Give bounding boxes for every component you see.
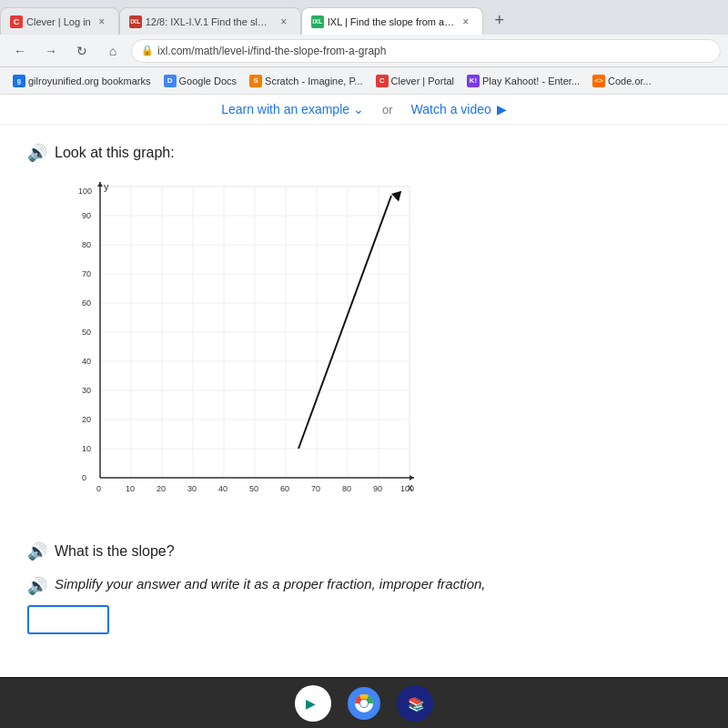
speaker-icon-2[interactable]: 🔊 xyxy=(27,541,47,561)
bookmark-clever[interactable]: C Clever | Portal xyxy=(370,73,460,89)
bookmark-code-label: Code.or... xyxy=(608,76,652,86)
or-separator: or xyxy=(382,103,393,116)
what-is-slope-text: What is the slope? xyxy=(55,543,175,560)
bookmark-docs[interactable]: D Google Docs xyxy=(158,73,243,89)
url-bar[interactable]: 🔒 ixl.com/math/level-i/find-the-slope-fr… xyxy=(131,39,721,63)
bookmark-gilroy-label: gilroyunified.org bookmarks xyxy=(28,76,151,86)
forward-button[interactable]: → xyxy=(38,38,64,64)
svg-text:30: 30 xyxy=(187,484,197,493)
tab-ixl2-label: IXL | Find the slope from a graph xyxy=(328,16,455,27)
simplify-text: Simplify your answer and write it as a p… xyxy=(55,576,486,592)
page-content: 🔊 Look at this graph: xyxy=(0,125,728,677)
svg-text:▶: ▶ xyxy=(306,696,316,711)
what-is-slope-row: 🔊 What is the slope? xyxy=(27,541,701,561)
svg-text:100: 100 xyxy=(78,187,92,196)
tab-clever-label: Clever | Log in xyxy=(26,16,91,27)
taskbar: ▶ xyxy=(0,677,728,728)
content-area: Learn with an example ⌄ or Watch a video… xyxy=(0,95,728,677)
svg-text:0: 0 xyxy=(96,484,101,493)
svg-marker-22 xyxy=(97,182,103,187)
svg-text:50: 50 xyxy=(82,328,91,337)
tab-clever[interactable]: C Clever | Log in × xyxy=(0,7,119,35)
gilroy-favicon: g xyxy=(13,75,25,87)
kahoot-favicon: K! xyxy=(467,75,480,87)
ixl1-favicon: IXL xyxy=(129,15,142,28)
svg-point-54 xyxy=(360,700,368,707)
look-at-graph-text: Look at this graph: xyxy=(55,145,175,161)
svg-text:100: 100 xyxy=(400,484,414,493)
browser-frame: C Clever | Log in × IXL 12/8: IXL-I.V.1 … xyxy=(0,0,728,728)
tab-clever-close[interactable]: × xyxy=(95,15,109,29)
svg-text:20: 20 xyxy=(82,415,91,424)
learn-example-button[interactable]: Learn with an example ⌄ xyxy=(221,102,364,116)
lock-icon: 🔒 xyxy=(141,45,154,56)
watch-video-button[interactable]: Watch a video ▶ xyxy=(411,102,507,116)
action-bar: Learn with an example ⌄ or Watch a video… xyxy=(0,95,728,125)
svg-text:10: 10 xyxy=(126,484,135,493)
svg-text:10: 10 xyxy=(82,444,91,453)
back-button[interactable]: ← xyxy=(7,38,33,64)
browser-wrapper: C Clever | Log in × IXL 12/8: IXL-I.V.1 … xyxy=(0,0,728,728)
chevron-down-icon: ⌄ xyxy=(353,102,364,116)
svg-text:50: 50 xyxy=(249,484,258,493)
bookmark-code[interactable]: <> Code.or... xyxy=(587,73,657,89)
bookmark-kahoot[interactable]: K! Play Kahoot! - Enter... xyxy=(461,73,585,89)
svg-text:90: 90 xyxy=(373,484,382,493)
svg-text:y: y xyxy=(104,181,109,192)
svg-text:60: 60 xyxy=(280,484,289,493)
ixl2-favicon: IXL xyxy=(311,15,324,28)
refresh-button[interactable]: ↻ xyxy=(69,38,95,64)
address-bar: ← → ↻ ⌂ 🔒 ixl.com/math/level-i/find-the-… xyxy=(0,35,728,67)
svg-marker-21 xyxy=(410,475,414,480)
home-button[interactable]: ⌂ xyxy=(100,38,126,64)
new-tab-button[interactable]: + xyxy=(487,7,512,33)
bookmark-clever-label: Clever | Portal xyxy=(391,76,455,86)
look-at-graph-row: 🔊 Look at this graph: xyxy=(27,143,701,163)
svg-text:70: 70 xyxy=(311,484,320,493)
bookmarks-bar: g gilroyunified.org bookmarks D Google D… xyxy=(0,67,728,95)
svg-text:80: 80 xyxy=(342,484,351,493)
svg-text:📚: 📚 xyxy=(408,696,425,713)
svg-text:40: 40 xyxy=(218,484,228,493)
bookmark-scratch[interactable]: S Scratch - Imagine, P... xyxy=(244,73,368,89)
svg-text:60: 60 xyxy=(82,298,91,308)
tab-ixl1-close[interactable]: × xyxy=(277,15,291,29)
bookmark-docs-label: Google Docs xyxy=(179,76,238,86)
play-icon: ▶ xyxy=(497,102,507,116)
watch-video-label: Watch a video xyxy=(411,102,491,116)
svg-text:80: 80 xyxy=(82,240,91,249)
code-favicon: <> xyxy=(592,75,605,87)
tab-ixl2-close[interactable]: × xyxy=(459,15,473,29)
speaker-icon-1[interactable]: 🔊 xyxy=(27,143,47,163)
clever-favicon: C xyxy=(10,15,23,28)
speaker-icon-3[interactable]: 🔊 xyxy=(27,576,47,596)
learn-example-label: Learn with an example xyxy=(221,102,349,116)
svg-text:0: 0 xyxy=(82,473,86,482)
url-text: ixl.com/math/level-i/find-the-slope-from… xyxy=(157,45,386,57)
simplify-row: 🔊 Simplify your answer and write it as a… xyxy=(27,576,701,596)
tab-bar: C Clever | Log in × IXL 12/8: IXL-I.V.1 … xyxy=(0,0,728,35)
clever-bm-favicon: C xyxy=(376,75,389,87)
tab-ixl1[interactable]: IXL 12/8: IXL-I.V.1 Find the slope fr...… xyxy=(119,7,301,35)
bookmark-scratch-label: Scratch - Imagine, P... xyxy=(265,76,362,86)
google-meet-icon[interactable]: ▶ xyxy=(295,685,331,722)
scratch-favicon: S xyxy=(249,75,262,87)
chrome-icon[interactable] xyxy=(346,685,382,722)
svg-text:30: 30 xyxy=(82,386,91,395)
svg-text:40: 40 xyxy=(82,357,91,366)
bookmark-gilroy[interactable]: g gilroyunified.org bookmarks xyxy=(7,73,157,89)
docs-favicon: D xyxy=(164,75,177,87)
answer-input[interactable] xyxy=(27,605,109,634)
bookmark-kahoot-label: Play Kahoot! - Enter... xyxy=(482,76,580,86)
svg-text:70: 70 xyxy=(82,269,91,278)
graph-svg: y x 0 10 20 30 40 50 60 70 80 90 xyxy=(64,177,428,523)
book-icon[interactable]: 📚 xyxy=(397,685,433,722)
svg-text:20: 20 xyxy=(157,484,166,493)
tab-ixl1-label: 12/8: IXL-I.V.1 Find the slope fr... xyxy=(146,16,273,27)
graph-container: y x 0 10 20 30 40 50 60 70 80 90 xyxy=(64,177,428,523)
tab-ixl2[interactable]: IXL IXL | Find the slope from a graph × xyxy=(301,7,483,35)
svg-text:90: 90 xyxy=(82,211,91,220)
